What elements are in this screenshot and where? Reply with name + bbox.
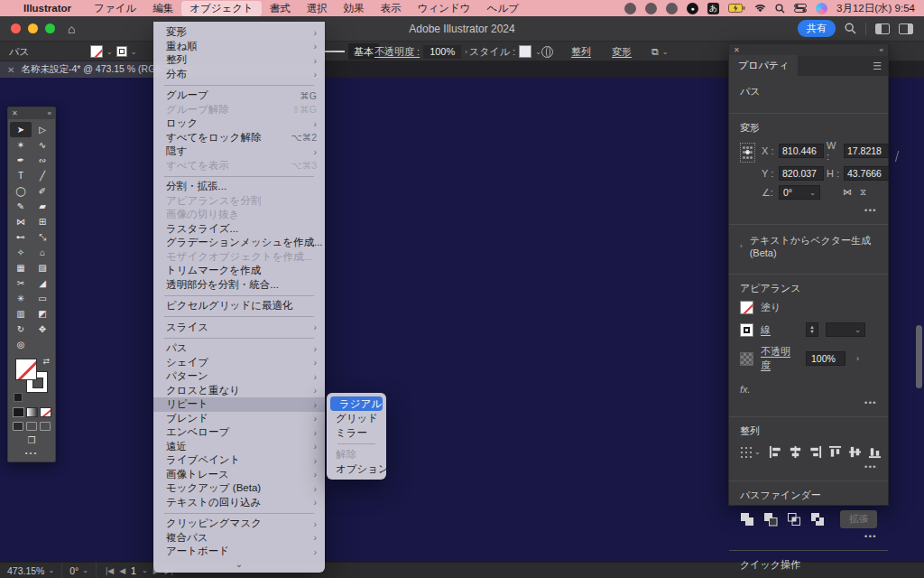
none-button[interactable] — [40, 407, 51, 417]
width-tool[interactable]: ⊷ — [10, 229, 32, 245]
ellipse-tool[interactable]: ◯ — [10, 183, 32, 199]
object-menu-item[interactable]: 透明部分を分割・統合... — [153, 278, 325, 293]
menubar-item-書式[interactable]: 書式 — [262, 1, 299, 16]
object-menu-item[interactable]: シェイプ› — [153, 356, 325, 370]
more-options-chevron-icon[interactable]: ⌄ — [662, 48, 669, 56]
link-proportions-icon[interactable]: ⧸ — [895, 151, 899, 163]
magic-wand-tool[interactable]: ✶ — [10, 137, 32, 153]
object-menu-item[interactable]: グループ⌘G — [153, 89, 325, 103]
opacity-value[interactable]: 100% — [423, 45, 461, 59]
draw-behind-mode-button[interactable] — [26, 422, 37, 431]
menubar-item-オブジェクト[interactable]: オブジェクト — [181, 1, 262, 16]
zoom-tool[interactable]: ◎ — [10, 337, 32, 352]
workspace-switcher-icon[interactable] — [899, 23, 913, 34]
object-menu-item[interactable]: 整列› — [153, 53, 325, 68]
object-menu-item[interactable]: 変形› — [153, 25, 325, 40]
object-menu-item[interactable]: パターン› — [153, 369, 325, 384]
properties-close-icon[interactable]: ✕ — [734, 46, 740, 54]
paintbrush-tool[interactable]: ✐ — [32, 183, 53, 199]
object-menu-item[interactable]: 重ね順› — [153, 40, 325, 54]
object-menu-item[interactable]: 画像トレース› — [153, 468, 325, 482]
draw-normal-mode-button[interactable] — [13, 422, 23, 431]
object-menu-item[interactable]: 隠す› — [153, 144, 325, 159]
lasso-tool[interactable]: ∿ — [32, 137, 53, 153]
eyedropper-tool[interactable]: ◢ — [32, 275, 53, 291]
menubar-item-効果[interactable]: 効果 — [336, 1, 373, 16]
tools-panel-collapse-icon[interactable]: « — [48, 109, 51, 117]
object-menu-item[interactable]: モックアップ (Beta)› — [153, 481, 325, 496]
repeat-submenu-item[interactable]: オプション... — [327, 461, 386, 476]
transform-link[interactable]: 変形 — [612, 45, 632, 59]
share-button[interactable]: 共有 — [798, 20, 836, 37]
scissors-tool[interactable]: ✂ — [10, 275, 32, 291]
curvature-tool[interactable]: ∾ — [32, 153, 53, 168]
line-app-icon[interactable]: ● — [687, 3, 698, 14]
menubar-item-編集[interactable]: 編集 — [144, 1, 181, 16]
close-document-icon[interactable]: ✕ — [7, 65, 14, 75]
h-field[interactable] — [844, 166, 889, 181]
previous-artboard-icon[interactable]: ◀ — [119, 566, 125, 575]
appearance-opacity-value[interactable]: 100% — [806, 351, 845, 366]
align-bottom-icon[interactable] — [868, 445, 882, 459]
object-menu-item[interactable]: テキストの回り込み› — [153, 496, 325, 510]
w-field[interactable] — [844, 144, 889, 158]
arrange-documents-icon[interactable] — [875, 23, 890, 34]
appearance-stroke-swatch[interactable] — [740, 323, 753, 337]
control-center-icon[interactable] — [794, 4, 807, 13]
status-app-icon-2[interactable] — [645, 3, 657, 14]
document-setup-globe-icon[interactable] — [541, 46, 553, 58]
align-top-icon[interactable] — [828, 445, 842, 459]
rotation-dropdown[interactable]: 0°⌄ — [779, 185, 820, 200]
rotation-control[interactable]: 0° ⌄ — [62, 563, 97, 578]
object-menu-item[interactable]: グラデーションメッシュを作成... — [153, 236, 325, 250]
first-artboard-icon[interactable]: |◀ — [106, 566, 114, 575]
mesh-tool[interactable]: ▦ — [10, 260, 32, 275]
transform-more-ellipsis[interactable]: ••• — [740, 204, 877, 217]
gradient-button[interactable] — [26, 407, 38, 417]
draw-inside-mode-button[interactable] — [40, 422, 51, 431]
stroke-swatch[interactable] — [116, 46, 127, 57]
panel-menu-icon[interactable]: ☰ — [866, 61, 888, 76]
line-segment-tool[interactable]: ╱ — [32, 168, 53, 183]
pencil-tool[interactable]: ✎ — [10, 199, 32, 214]
zoom-chevron-icon[interactable]: ⌄ — [48, 566, 54, 574]
properties-collapse-icon[interactable]: « — [880, 46, 883, 54]
rotation-chevron-icon[interactable]: ⌄ — [82, 566, 88, 574]
direct-selection-tool[interactable]: ▷ — [32, 122, 53, 137]
shape-builder-tool[interactable]: ⊞ — [32, 214, 53, 229]
object-menu-item[interactable]: 遠近› — [153, 440, 325, 454]
menu-scroll-down-icon[interactable]: ⌄ — [153, 559, 325, 572]
object-menu-item[interactable]: パス› — [153, 341, 325, 356]
eraser-tool[interactable]: ▰ — [32, 199, 53, 214]
fill-swatch[interactable] — [90, 45, 103, 58]
hand-tool[interactable]: ✥ — [32, 322, 53, 337]
screen-mode-icon[interactable]: ❐ — [8, 435, 55, 445]
object-menu-item[interactable]: ブレンド› — [153, 412, 325, 426]
pathfinder-minus-front-icon[interactable] — [763, 512, 778, 527]
object-menu-item[interactable]: クロスと重なり› — [153, 384, 325, 398]
fill-color-well[interactable] — [15, 359, 37, 380]
type-tool[interactable]: T — [10, 168, 32, 183]
object-menu-item[interactable]: トリムマークを作成 — [153, 264, 325, 278]
object-menu-item[interactable]: ロック› — [153, 117, 325, 131]
object-menu-item[interactable]: すべてをロック解除⌥⌘2 — [153, 131, 325, 145]
opacity-label[interactable]: 不透明度 : — [374, 45, 420, 59]
repeat-submenu-item[interactable]: ラジアル — [330, 396, 383, 411]
object-menu-item[interactable]: 分布› — [153, 68, 325, 82]
repeat-submenu-item[interactable]: グリッド — [327, 411, 386, 425]
align-right-icon[interactable] — [808, 445, 822, 459]
isolate-selection-icon[interactable]: ⧉ — [651, 46, 659, 58]
align-left-icon[interactable] — [769, 445, 782, 459]
menubar-item-選択[interactable]: 選択 — [299, 1, 336, 16]
tools-panel-close-icon[interactable]: ✕ — [12, 109, 18, 117]
object-menu-item[interactable]: 分割・拡張... — [153, 180, 325, 194]
appearance-fill-swatch[interactable] — [740, 301, 753, 314]
menubar-item-ヘルプ[interactable]: ヘルプ — [479, 1, 527, 16]
menubar-item-ウィンドウ[interactable]: ウィンドウ — [410, 1, 479, 16]
appearance-opacity-label[interactable]: 不透明度 — [761, 345, 799, 372]
pathfinder-unite-icon[interactable] — [740, 512, 754, 527]
swap-fill-stroke-icon[interactable]: ⇄ — [42, 357, 50, 366]
pathfinder-intersect-icon[interactable] — [787, 512, 801, 527]
x-field[interactable] — [779, 144, 824, 158]
reflect-tool[interactable]: ⋈ — [10, 214, 32, 229]
